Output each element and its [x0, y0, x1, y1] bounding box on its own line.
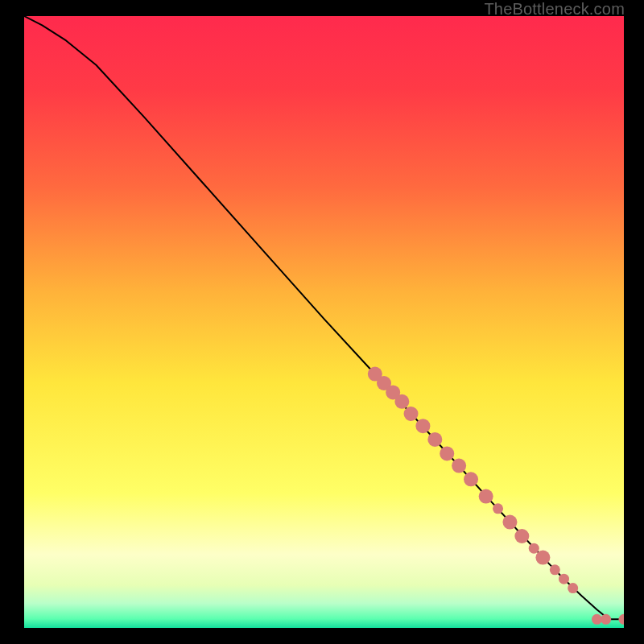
data-point — [493, 503, 503, 514]
data-point — [464, 472, 478, 486]
data-point — [592, 614, 602, 625]
data-point — [601, 614, 611, 625]
data-point — [535, 551, 550, 565]
data-point — [550, 564, 560, 575]
data-point — [404, 407, 419, 421]
data-point — [394, 394, 409, 409]
chart-svg — [24, 16, 624, 628]
data-point — [568, 583, 578, 593]
chart-plot-area — [24, 16, 624, 628]
chart-background — [24, 16, 624, 628]
data-point — [529, 543, 539, 554]
chart-stage: TheBottleneck.com — [0, 0, 644, 644]
data-point — [502, 515, 517, 530]
data-point — [514, 529, 529, 543]
data-point — [479, 489, 493, 504]
data-point — [415, 419, 430, 433]
data-point — [559, 574, 569, 584]
data-point — [427, 432, 442, 447]
data-point — [440, 446, 454, 460]
data-point — [452, 459, 466, 473]
